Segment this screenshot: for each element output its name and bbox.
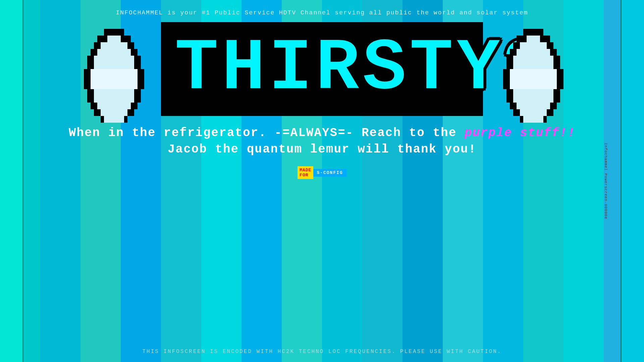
svg-rect-24	[97, 103, 131, 109]
svg-rect-47	[510, 76, 557, 82]
svg-rect-50	[513, 96, 553, 103]
badge-made-for: MADEFOR	[298, 166, 313, 179]
side-panel-right: Infochammel Powerscreen-00000e	[621, 0, 644, 362]
thirsty-title-text: THIRSTY?	[174, 32, 470, 106]
svg-rect-27	[523, 29, 543, 36]
svg-rect-52	[520, 109, 547, 116]
svg-rect-0	[104, 29, 124, 36]
subtitle-line-1: When in the refrigerator. -=ALWAYS=- Rea…	[69, 126, 576, 140]
svg-rect-21	[91, 82, 138, 89]
svg-rect-18	[94, 62, 134, 69]
svg-rect-44	[513, 56, 553, 62]
svg-rect-46	[510, 69, 557, 76]
subtitle-line1-white: When in the refrigerator. -=ALWAYS=- Rea…	[69, 126, 465, 140]
water-drop-left	[84, 29, 144, 124]
water-drop-right	[503, 29, 564, 124]
badge-sconfig: S-CONFIG	[313, 169, 346, 177]
svg-rect-23	[94, 96, 134, 103]
side-panel-left	[0, 0, 23, 362]
svg-rect-16	[97, 49, 131, 56]
svg-rect-26	[104, 116, 124, 123]
svg-rect-53	[523, 116, 543, 123]
svg-rect-20	[91, 76, 138, 82]
svg-rect-22	[94, 89, 134, 96]
svg-rect-51	[517, 103, 550, 109]
svg-rect-15	[101, 42, 127, 49]
svg-rect-41	[527, 36, 540, 42]
svg-rect-25	[101, 109, 127, 116]
main-content: INFOCHAMMEL is your #1 Public Service HD…	[23, 0, 621, 362]
svg-rect-42	[520, 42, 547, 49]
title-block: THIRSTY?	[161, 22, 483, 116]
top-ticker: INFOCHAMMEL is your #1 Public Service HD…	[116, 9, 528, 16]
badge-area: MADEFOR S-CONFIG	[298, 166, 346, 179]
thirsty-title-block: THIRSTY?	[161, 22, 483, 116]
subtitle-line1-purple: purple stuff!!	[465, 126, 575, 140]
svg-rect-14	[107, 36, 121, 42]
subtitle-line-2: Jacob the quantum lemur will thank you!	[69, 142, 576, 156]
svg-rect-49	[513, 89, 553, 96]
svg-rect-17	[94, 56, 134, 62]
subtitle-area: When in the refrigerator. -=ALWAYS=- Rea…	[69, 126, 576, 156]
svg-rect-48	[510, 82, 557, 89]
svg-rect-45	[513, 62, 553, 69]
svg-rect-43	[517, 49, 550, 56]
svg-rect-19	[91, 69, 138, 76]
